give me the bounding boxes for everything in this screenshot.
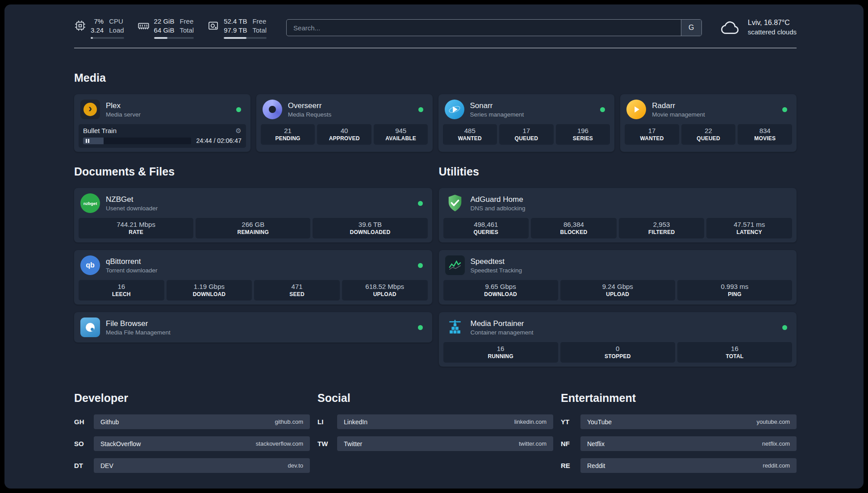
service-name: qBittorrent: [106, 257, 158, 266]
service-subtitle: Speedtest Tracking: [471, 267, 522, 274]
adguard-icon: [445, 193, 465, 213]
bookmark-reddit[interactable]: RE Reddit reddit.com: [561, 458, 797, 473]
stat-running: 16 RUNNING: [443, 342, 558, 363]
service-subtitle: Media server: [106, 111, 141, 118]
status-dot: [418, 201, 423, 206]
stat-stopped: 0 STOPPED: [560, 342, 675, 363]
weather-widget: Lviv, 16.87°C scattered clouds: [719, 18, 797, 37]
service-subtitle: Media Requests: [288, 111, 332, 118]
stat-upload: 618.52 Mbps UPLOAD: [342, 280, 428, 301]
memory-widget: 22 GiB 64 GiB Free Total: [138, 17, 194, 39]
cpu-value-load: 3.24: [91, 26, 104, 35]
stat-series: 196 SERIES: [556, 124, 610, 145]
service-name: Plex: [106, 101, 141, 110]
stat-blocked: 86,384 BLOCKED: [531, 218, 617, 238]
service-card-overseerr[interactable]: Overseerr Media Requests 21 PENDING 40 A…: [256, 94, 433, 152]
now-playing-title: Bullet Train: [83, 127, 117, 134]
cpu-icon: [74, 20, 86, 32]
status-dot: [418, 107, 423, 112]
service-subtitle: Series management: [470, 111, 524, 118]
dashboard-panel: 7% 3.24 CPU Load 22 GiB: [4, 4, 864, 489]
service-name: Overseerr: [288, 101, 332, 110]
service-subtitle: Torrent downloader: [106, 267, 158, 274]
stat-wanted: 17 WANTED: [625, 124, 679, 145]
playback-progress-bar[interactable]: [83, 138, 191, 144]
search-input[interactable]: [287, 20, 681, 36]
service-subtitle: DNS and adblocking: [471, 205, 526, 212]
service-card-radarr[interactable]: Radarr Movie management 17 WANTED 22 QUE…: [620, 94, 797, 152]
status-dot: [600, 107, 605, 112]
bookmark-group-social: Social LI LinkedIn linkedin.com TW Twitt…: [317, 392, 553, 473]
cpu-value-percent: 7%: [94, 17, 104, 26]
service-subtitle: Usenet downloader: [106, 205, 158, 212]
status-dot: [418, 263, 423, 268]
service-card-speedtest[interactable]: Speedtest Speedtest Tracking 9.65 Gbps D…: [439, 250, 797, 305]
search-bar: G: [286, 19, 702, 36]
utilities-section-title: Utilities: [439, 165, 797, 178]
disk-total-value: 97.9 TB: [224, 26, 247, 35]
service-card-plex[interactable]: › Plex Media server Bullet Train ⚙: [74, 94, 250, 152]
stat-remaining: 266 GB REMAINING: [196, 218, 310, 238]
stat-download: 1.19 Gbps DOWNLOAD: [167, 280, 252, 301]
service-card-sonarr[interactable]: Sonarr Series management 485 WANTED 17 Q…: [438, 94, 615, 152]
service-name: Radarr: [652, 101, 705, 110]
status-dot: [782, 325, 787, 330]
service-card-nzbget[interactable]: nzbget NZBGet Usenet downloader 744.21 M…: [74, 188, 432, 242]
bookmark-twitter[interactable]: TW Twitter twitter.com: [317, 436, 553, 451]
pause-icon[interactable]: [86, 139, 89, 143]
bookmark-youtube[interactable]: YT YouTube youtube.com: [561, 414, 797, 429]
status-dot: [236, 107, 241, 112]
speedtest-icon: [445, 255, 465, 275]
cpu-usage-bar: [91, 37, 124, 39]
bookmark-group-entertainment: Entertainment YT YouTube youtube.com NF …: [561, 392, 797, 473]
stat-movies: 834 MOVIES: [738, 124, 792, 145]
stat-total: 16 TOTAL: [677, 342, 792, 363]
service-card-filebrowser[interactable]: File Browser Media File Management: [74, 312, 432, 343]
memory-free-value: 22 GiB: [154, 17, 175, 26]
playback-time: 24:44 / 02:06:47: [196, 137, 242, 144]
plex-icon: ›: [80, 100, 100, 119]
memory-label-free: Free: [179, 17, 193, 26]
disk-label-total: Total: [252, 26, 267, 35]
service-subtitle: Container management: [471, 329, 534, 336]
qbittorrent-icon: qb: [80, 255, 100, 275]
bookmark-github[interactable]: GH Github github.com: [74, 414, 310, 429]
bookmark-dev[interactable]: DT DEV dev.to: [74, 458, 310, 473]
service-name: AdGuard Home: [471, 195, 526, 204]
service-card-adguard[interactable]: AdGuard Home DNS and adblocking 498,461 …: [439, 188, 797, 242]
search-provider-button[interactable]: G: [681, 20, 701, 36]
service-card-qbittorrent[interactable]: qb qBittorrent Torrent downloader 16 LEE…: [74, 250, 432, 305]
gear-icon[interactable]: ⚙: [235, 127, 241, 134]
bookmark-stackoverflow[interactable]: SO StackOverflow stackoverflow.com: [74, 436, 310, 451]
topbar: 7% 3.24 CPU Load 22 GiB: [74, 17, 797, 39]
service-name: Speedtest: [471, 257, 522, 266]
service-name: File Browser: [106, 319, 171, 328]
status-dot: [418, 325, 423, 330]
memory-label-total: Total: [179, 26, 194, 35]
weather-location: Lviv, 16.87°C: [748, 18, 797, 28]
cpu-widget: 7% 3.24 CPU Load: [74, 17, 124, 39]
screen-frame: 7% 3.24 CPU Load 22 GiB: [0, 0, 868, 493]
stat-upload: 9.24 Gbps UPLOAD: [560, 280, 675, 301]
service-name: NZBGet: [106, 195, 158, 204]
stat-pending: 21 PENDING: [261, 124, 315, 145]
developer-section-title: Developer: [74, 392, 310, 405]
bookmark-linkedin[interactable]: LI LinkedIn linkedin.com: [317, 414, 553, 429]
stat-filtered: 2,953 FILTERED: [619, 218, 705, 238]
topbar-divider: [74, 48, 797, 48]
stat-queued: 17 QUEUED: [499, 124, 554, 145]
service-name: Media Portainer: [471, 319, 534, 328]
stat-available: 945 AVAILABLE: [374, 124, 428, 145]
stat-downloaded: 39.6 TB DOWNLOADED: [313, 218, 427, 238]
stat-wanted: 485 WANTED: [443, 124, 497, 145]
section-media: Media › Plex Media server Bullet Train: [74, 71, 797, 152]
sonarr-icon: [445, 100, 464, 119]
filebrowser-icon: [80, 318, 100, 337]
memory-icon: [138, 20, 150, 32]
nzbget-icon: nzbget: [80, 193, 100, 213]
bookmark-netflix[interactable]: NF Netflix netflix.com: [561, 436, 797, 451]
service-card-portainer[interactable]: Media Portainer Container management 16 …: [439, 312, 797, 367]
service-subtitle: Movie management: [652, 111, 705, 118]
documents-section-title: Documents & Files: [74, 165, 432, 178]
entertainment-section-title: Entertainment: [561, 392, 797, 405]
